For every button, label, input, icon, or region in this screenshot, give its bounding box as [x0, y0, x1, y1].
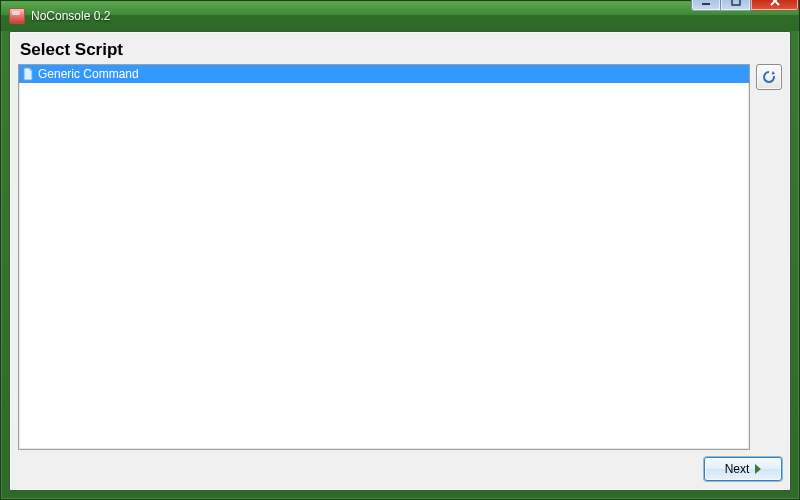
- script-list-item[interactable]: Generic Command: [19, 65, 749, 83]
- content-row: Generic Command: [18, 64, 782, 450]
- refresh-button[interactable]: [756, 64, 782, 90]
- window-controls: [691, 0, 799, 11]
- maximize-button[interactable]: [721, 0, 751, 11]
- minimize-button[interactable]: [691, 0, 721, 11]
- next-button[interactable]: Next: [704, 457, 782, 481]
- titlebar[interactable]: NoConsole 0.2: [1, 1, 799, 31]
- script-list-item-label: Generic Command: [38, 67, 139, 81]
- window-title: NoConsole 0.2: [31, 9, 110, 23]
- maximize-icon: [730, 0, 742, 7]
- close-button[interactable]: [751, 0, 799, 11]
- script-file-icon: [21, 67, 35, 81]
- script-listbox[interactable]: Generic Command: [18, 64, 750, 450]
- footer: Next: [18, 450, 782, 482]
- next-button-label: Next: [725, 462, 750, 476]
- arrow-right-icon: [755, 464, 761, 474]
- refresh-icon: [761, 69, 777, 85]
- page-heading: Select Script: [18, 38, 782, 64]
- side-toolbar: [756, 64, 782, 450]
- svg-rect-0: [702, 3, 710, 5]
- minimize-icon: [700, 0, 712, 7]
- svg-rect-1: [732, 0, 740, 5]
- app-window: NoConsole 0.2 Select Script: [0, 0, 800, 500]
- app-icon: [9, 8, 25, 24]
- close-icon: [768, 0, 782, 7]
- client-area: Select Script Generic Command: [9, 31, 791, 491]
